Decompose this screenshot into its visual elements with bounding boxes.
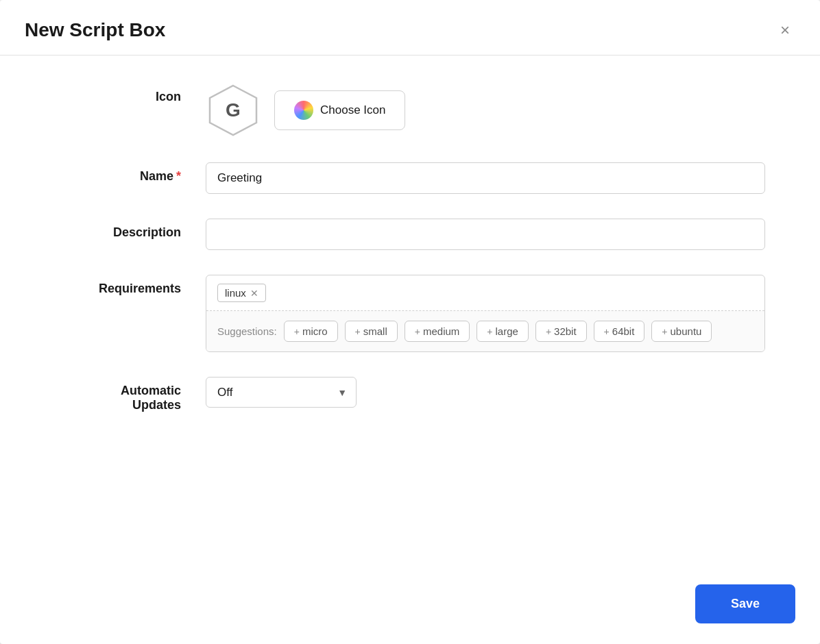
plus-icon: + [546, 326, 551, 337]
plus-icon: + [604, 326, 610, 337]
suggestion-micro[interactable]: + micro [284, 321, 338, 342]
requirements-row: Requirements linux ✕ Suggestions: + micr… [55, 275, 765, 352]
save-button[interactable]: Save [695, 584, 795, 623]
name-input[interactable] [206, 162, 765, 194]
close-button[interactable]: × [775, 19, 795, 41]
suggestion-medium[interactable]: + medium [405, 321, 470, 342]
tag-linux: linux ✕ [217, 284, 266, 302]
name-label: Name* [55, 162, 206, 184]
icon-letter: G [226, 99, 241, 121]
auto-updates-select-wrapper: Off On ▼ [206, 377, 357, 408]
dialog-header: New Script Box × [0, 0, 820, 55]
icon-label: Icon [55, 83, 206, 104]
choose-icon-button[interactable]: Choose Icon [274, 90, 405, 130]
suggestion-ubuntu[interactable]: + ubuntu [651, 321, 712, 342]
choose-icon-label: Choose Icon [320, 103, 385, 117]
suggestion-32bit-label: 32bit [554, 325, 577, 337]
description-input[interactable] [206, 219, 765, 250]
dialog-footer: Save [695, 584, 795, 623]
tag-linux-label: linux [225, 287, 246, 299]
requirements-label: Requirements [55, 275, 206, 296]
new-script-box-dialog: New Script Box × Icon G Choose Icon [0, 0, 820, 644]
suggestion-ubuntu-label: ubuntu [671, 325, 702, 337]
suggestion-medium-label: medium [423, 325, 459, 337]
tag-linux-remove[interactable]: ✕ [250, 288, 258, 298]
auto-updates-row: Automatic Updates Off On ▼ [55, 377, 765, 412]
description-content [206, 219, 765, 250]
requirements-content: linux ✕ Suggestions: + micro + small [206, 275, 765, 352]
description-label: Description [55, 219, 206, 240]
dialog-title: New Script Box [25, 19, 165, 41]
icon-content: G Choose Icon [206, 83, 765, 138]
plus-icon: + [294, 326, 300, 337]
auto-updates-content: Off On ▼ [206, 377, 765, 408]
icon-row: Icon G Choose Icon [55, 83, 765, 138]
name-content [206, 162, 765, 194]
suggestion-large[interactable]: + large [477, 321, 529, 342]
suggestion-small[interactable]: + small [345, 321, 398, 342]
suggestion-micro-label: micro [302, 325, 328, 337]
suggestion-64bit[interactable]: + 64bit [594, 321, 645, 342]
requirements-box: linux ✕ Suggestions: + micro + small [206, 275, 765, 352]
name-row: Name* [55, 162, 765, 194]
suggestion-large-label: large [496, 325, 518, 337]
auto-updates-label: Automatic Updates [55, 377, 206, 412]
suggestion-64bit-label: 64bit [612, 325, 635, 337]
suggestion-small-label: small [363, 325, 387, 337]
description-row: Description [55, 219, 765, 250]
requirements-tags-area[interactable]: linux ✕ [206, 275, 764, 311]
suggestions-area: Suggestions: + micro + small + medium [206, 311, 764, 351]
plus-icon: + [662, 326, 667, 337]
plus-icon: + [355, 326, 361, 337]
dialog-body: Icon G Choose Icon Name* [0, 55, 820, 465]
auto-updates-select[interactable]: Off On [206, 377, 357, 408]
plus-icon: + [487, 326, 492, 337]
plus-icon: + [415, 326, 420, 337]
required-asterisk: * [176, 169, 181, 183]
color-sphere-icon [294, 101, 313, 120]
suggestion-32bit[interactable]: + 32bit [535, 321, 587, 342]
suggestions-label: Suggestions: [217, 325, 277, 337]
icon-hexagon-container: G [206, 83, 261, 138]
